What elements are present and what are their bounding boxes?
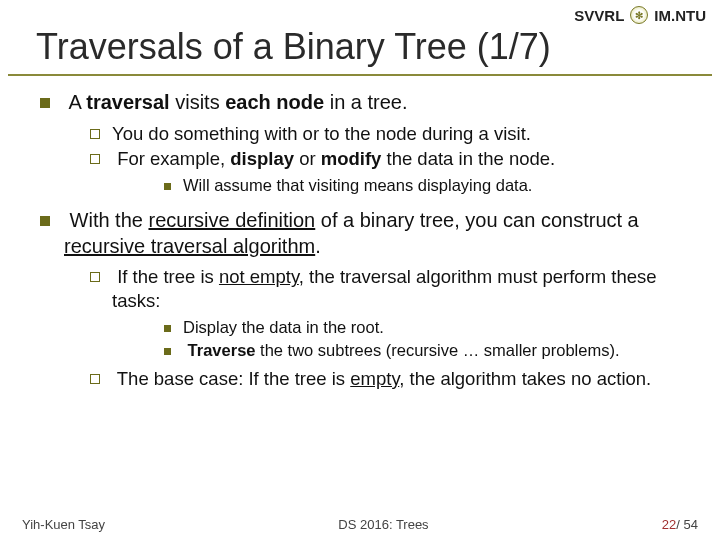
page-total: 54	[684, 517, 698, 532]
page-current: 22	[662, 517, 676, 532]
bullet-not-empty-tasks: If the tree is not empty, the traversal …	[64, 265, 688, 361]
header-right: IM.NTU	[654, 7, 706, 24]
bullet-base-case: The base case: If the tree is empty, the…	[64, 367, 688, 391]
header-left: SVVRL	[574, 7, 624, 24]
page-sep: /	[676, 517, 683, 532]
slide-title: Traversals of a Binary Tree (1/7)	[8, 26, 712, 76]
footer-author: Yih-Kuen Tsay	[22, 517, 105, 532]
bullet-assume-display: Will assume that visiting means displayi…	[112, 175, 688, 196]
bullet-display-modify: For example, display or modify the data …	[64, 147, 688, 196]
slide-header: SVVRL ✻ IM.NTU	[0, 0, 720, 26]
bullet-traversal-definition: A traversal visits each node in a tree. …	[40, 90, 688, 196]
bullet-display-root: Display the data in the root.	[112, 317, 688, 338]
bullet-traverse-subtrees: Traverse the two subtrees (recursive … s…	[112, 340, 688, 361]
footer-page: 22/ 54	[662, 517, 698, 532]
ntu-logo-icon: ✻	[630, 6, 648, 24]
bullet-recursive-definition: With the recursive definition of a binar…	[40, 208, 688, 390]
slide-footer: Yih-Kuen Tsay DS 2016: Trees 22/ 54	[0, 517, 720, 532]
footer-course: DS 2016: Trees	[338, 517, 428, 532]
slide-body: A traversal visits each node in a tree. …	[0, 76, 720, 390]
bullet-visit-action: You do something with or to the node dur…	[64, 122, 688, 146]
